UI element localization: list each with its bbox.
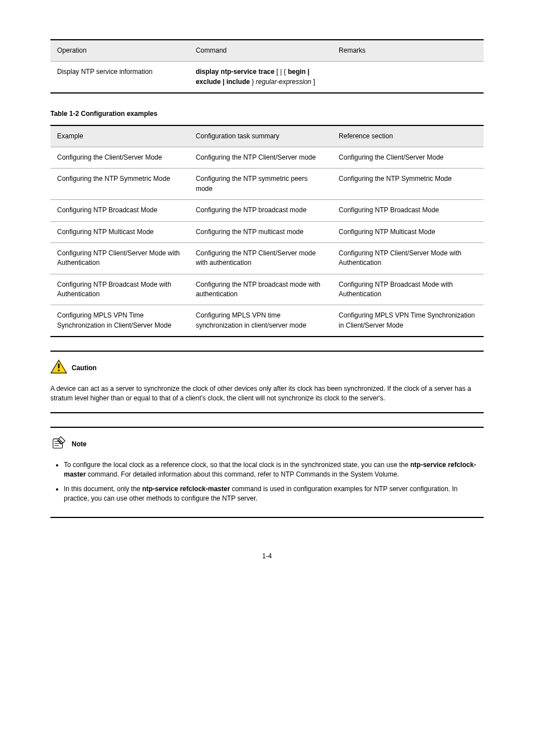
col-example: Example [50,125,189,147]
table-row: Configuring NTP Multicast ModeConfigurin… [50,221,484,242]
cell-remarks [332,62,484,93]
caution-text: A device can act as a server to synchron… [50,384,484,404]
table2-caption: Table 1-2 Configuration examples [50,109,484,119]
note-label: Note [72,440,87,449]
col-remarks: Remarks [332,40,484,62]
cell-example: Configuring NTP Broadcast Mode [50,200,189,221]
cell-ref: Configuring the NTP Symmetric Mode [332,169,484,200]
cell-task: Configuring MPLS VPN time synchronizatio… [189,305,332,337]
note-icon [50,436,67,453]
col-command: Command [189,40,332,62]
cell-example: Configuring NTP Client/Server Mode with … [50,242,189,274]
cell-example: Configuring the NTP Symmetric Mode [50,169,189,200]
cell-task: Configuring the NTP symmetric peers mode [189,169,332,200]
cell-task: Configuring the NTP multicast mode [189,221,332,242]
cell-task: Configuring the NTP Client/Server mode w… [189,242,332,274]
cell-operation: Display NTP service information [50,62,189,93]
table-row: Configuring MPLS VPN Time Synchronizatio… [50,305,484,337]
table-row: Configuring the NTP Symmetric ModeConfig… [50,169,484,200]
page-number: 1-4 [50,552,484,561]
cell-ref: Configuring NTP Multicast Mode [332,221,484,242]
table-header-row: Example Configuration task summary Refer… [50,125,484,147]
cell-task: Configuring the NTP broadcast mode with … [189,274,332,305]
table-row: Configuring NTP Client/Server Mode with … [50,242,484,274]
note-bullets: To configure the local clock as a refere… [50,460,484,504]
cell-task: Configuring the NTP broadcast mode [189,200,332,221]
table-row: Display NTP service information display … [50,62,484,93]
col-task: Configuration task summary [189,125,332,147]
table-header-row: Operation Command Remarks [50,40,484,62]
col-operation: Operation [50,40,189,62]
cell-ref: Configuring NTP Broadcast Mode [332,200,484,221]
cell-example: Configuring MPLS VPN Time Synchronizatio… [50,305,189,337]
svg-rect-1 [58,364,60,368]
cell-ref: Configuring NTP Client/Server Mode with … [332,242,484,274]
cell-ref: Configuring MPLS VPN Time Synchronizatio… [332,305,484,337]
list-item: To configure the local clock as a refere… [64,460,484,480]
cell-task: Configuring the NTP Client/Server mode [189,147,332,168]
note-callout: Note To configure the local clock as a r… [50,427,484,518]
cell-ref: Configuring the Client/Server Mode [332,147,484,168]
cell-ref: Configuring NTP Broadcast Mode with Auth… [332,274,484,305]
cell-command: display ntp-service trace [ | { begin | … [189,62,332,93]
caution-icon [50,360,67,377]
list-item: In this document, only the ntp-service r… [64,484,484,504]
cell-example: Configuring the Client/Server Mode [50,147,189,168]
caution-callout: Caution A device can act as a server to … [50,351,484,413]
cell-example: Configuring NTP Broadcast Mode with Auth… [50,274,189,305]
table-row: Configuring the Client/Server ModeConfig… [50,147,484,168]
table-ntp-display: Operation Command Remarks Display NTP se… [50,39,484,94]
svg-rect-2 [58,370,60,371]
table-row: Configuring NTP Broadcast Mode with Auth… [50,274,484,305]
table-config-examples: Example Configuration task summary Refer… [50,125,484,338]
cell-example: Configuring NTP Multicast Mode [50,221,189,242]
col-ref: Reference section [332,125,484,147]
caution-label: Caution [72,363,97,373]
table-row: Configuring NTP Broadcast ModeConfigurin… [50,200,484,221]
